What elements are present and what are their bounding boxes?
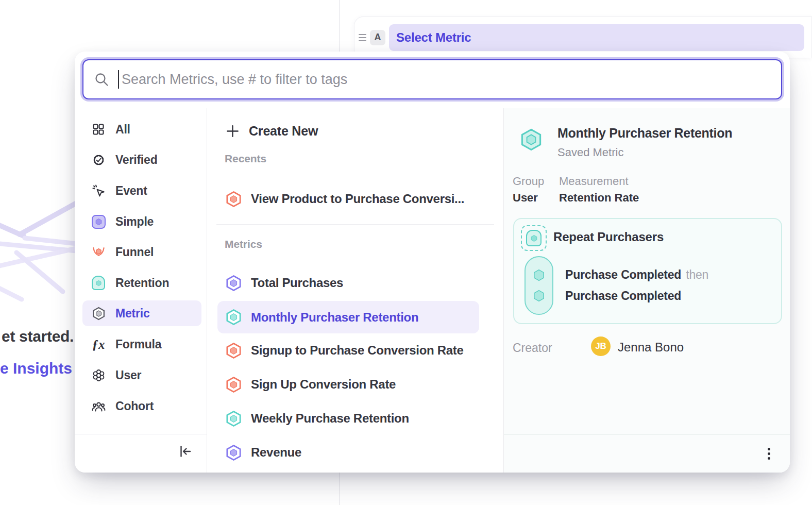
metric-picker-modal: Search Metrics, use # to filter to tags … — [75, 52, 790, 473]
purple-hexagon-icon — [225, 444, 242, 461]
sidebar-item-label: Simple — [115, 215, 154, 229]
sidebar-item-verified[interactable]: Verified — [82, 147, 201, 173]
metric-item-label: Signup to Purchase Conversion Rate — [251, 343, 464, 358]
cohort-people-icon — [91, 399, 106, 413]
teal-hexagon-icon — [225, 410, 242, 427]
sidebar-item-label: Metric — [115, 307, 150, 321]
plus-icon — [225, 124, 240, 139]
definition-name: Repeat Purchasers — [553, 230, 664, 244]
sidebar-item-label: User — [115, 368, 141, 382]
metric-picker-screen: et started. e Insights Re A Select Metri… — [0, 0, 812, 505]
event-sequence-capsule — [525, 256, 553, 315]
metric-item-label: Weekly Purchase Retention — [251, 411, 409, 426]
search-placeholder: Search Metrics, use # to filter to tags — [122, 72, 347, 88]
retention-definition-icon — [521, 225, 547, 251]
more-options-button[interactable] — [760, 444, 777, 463]
teal-hexagon-icon — [519, 128, 543, 154]
recent-item-label: View Product to Purchase Conversi... — [251, 192, 464, 206]
collapse-sidebar-button[interactable] — [176, 442, 194, 461]
detail-footer-divider — [504, 434, 790, 435]
metric-definition-card: Repeat Purchasers Purchase Completedthen… — [513, 218, 782, 324]
collapse-arrow-icon — [177, 443, 193, 460]
filter-sidebar: All Verified — [75, 108, 207, 473]
metric-item-signup-conversion[interactable]: Sign Up Conversion Rate — [217, 372, 479, 397]
then-connector: then — [686, 268, 708, 281]
create-new-label: Create New — [249, 124, 318, 139]
select-metric-label: Select Metric — [396, 30, 471, 45]
metric-item-revenue[interactable]: Revenue — [217, 440, 479, 465]
text-cursor — [118, 70, 119, 89]
formula-fx-icon: ƒx — [91, 337, 106, 351]
sidebar-item-cohort[interactable]: Cohort — [82, 393, 201, 419]
metric-item-weekly-purchase-retention[interactable]: Weekly Purchase Retention — [217, 406, 479, 431]
group-label: Group — [513, 175, 544, 188]
create-new-button[interactable]: Create New — [225, 121, 318, 141]
metrics-heading: Metrics — [225, 238, 262, 250]
measurement-value: Retention Rate — [559, 191, 639, 205]
sidebar-item-label: Verified — [115, 153, 158, 167]
sidebar-item-event[interactable]: Event — [82, 178, 201, 204]
background-heading-fragment: et started. — [2, 328, 74, 345]
recents-heading: Recents — [225, 153, 266, 165]
metric-item-label: Monthly Purchaser Retention — [251, 310, 418, 325]
verified-seal-icon — [91, 153, 106, 167]
sidebar-item-user[interactable]: User — [82, 362, 201, 388]
sidebar-item-label: Cohort — [115, 399, 154, 413]
sidebar-footer-divider — [75, 434, 207, 434]
simple-hexagon-icon — [91, 214, 106, 229]
sidebar-item-label: Funnel — [115, 245, 154, 259]
creator-avatar: JB — [591, 336, 611, 356]
detail-subtitle: Saved Metric — [557, 146, 623, 159]
sidebar-item-formula[interactable]: ƒx Formula — [82, 331, 201, 357]
modal-columns: All Verified — [75, 108, 790, 473]
metric-list-column: Create New Recents View Product to Purch… — [207, 108, 504, 473]
sidebar-item-all[interactable]: All — [82, 116, 201, 142]
orange-hexagon-icon — [225, 376, 242, 393]
cursor-click-icon — [91, 183, 106, 198]
retention-arch-icon — [91, 276, 106, 290]
teal-hexagon-icon — [225, 309, 242, 326]
grid-icon — [91, 122, 106, 137]
metric-hexagon-icon — [91, 306, 106, 321]
sidebar-item-label: Retention — [115, 276, 169, 290]
sidebar-item-label: All — [115, 123, 130, 137]
definition-step-1: Purchase Completedthen — [565, 268, 708, 282]
sidebar-item-funnel[interactable]: Funnel — [82, 239, 201, 265]
metric-item-monthly-purchaser-retention[interactable]: Monthly Purchaser Retention — [217, 301, 479, 333]
metric-letter-badge: A — [370, 30, 385, 45]
search-input[interactable]: Search Metrics, use # to filter to tags — [82, 59, 782, 99]
orange-hexagon-icon — [225, 191, 242, 208]
measurement-label: Measurement — [559, 175, 629, 188]
event-hexagon-icon — [532, 268, 546, 282]
sidebar-item-label: Event — [115, 184, 147, 198]
metric-item-total-purchases[interactable]: Total Purchases — [217, 270, 479, 296]
metric-item-label: Sign Up Conversion Rate — [251, 377, 396, 392]
recent-item[interactable]: View Product to Purchase Conversi... — [217, 186, 479, 212]
purple-hexagon-icon — [225, 275, 242, 292]
metric-item-signup-to-purchase[interactable]: Signup to Purchase Conversion Rate — [217, 338, 479, 363]
drag-handle-icon[interactable] — [359, 34, 366, 41]
list-divider — [216, 224, 494, 225]
detail-title: Monthly Purchaser Retention — [557, 126, 732, 141]
group-value: User — [513, 191, 538, 205]
creator-label: Creator — [513, 341, 552, 355]
select-metric-field[interactable]: Select Metric — [389, 24, 804, 51]
event-hexagon-icon — [532, 289, 546, 302]
sidebar-item-retention[interactable]: Retention — [82, 270, 201, 296]
metric-item-label: Total Purchases — [251, 276, 343, 290]
sidebar-item-metric[interactable]: Metric — [82, 300, 201, 326]
metric-item-label: Revenue — [251, 445, 301, 460]
funnel-icon — [91, 245, 106, 259]
metric-detail-panel: Monthly Purchaser Retention Saved Metric… — [504, 108, 790, 473]
search-icon — [94, 72, 109, 87]
sidebar-item-simple[interactable]: Simple — [82, 209, 201, 234]
user-cluster-icon — [91, 368, 106, 382]
creator-name: Jenna Bono — [618, 340, 684, 355]
orange-hexagon-icon — [225, 342, 242, 359]
definition-step-2: Purchase Completed — [565, 289, 681, 303]
sidebar-item-label: Formula — [115, 338, 161, 351]
